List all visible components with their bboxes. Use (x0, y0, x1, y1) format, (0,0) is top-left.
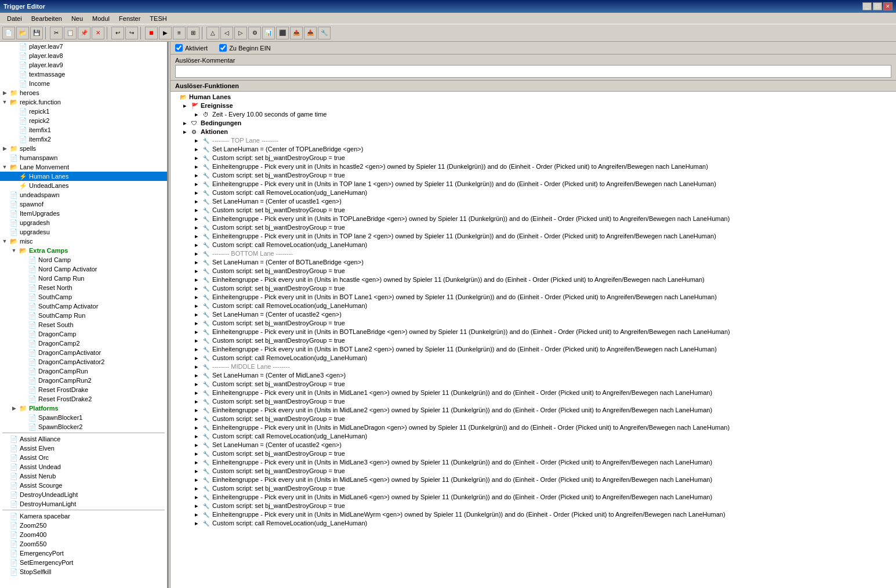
expand-icon[interactable]: ▼ (0, 97, 9, 107)
tree-item-destroyhumanlight[interactable]: 📄 DestroyHumanLight (0, 499, 167, 509)
tree-item-zoom250[interactable]: 📄 Zoom250 (0, 521, 167, 530)
toolbar-save[interactable]: 💾 (30, 27, 43, 39)
tree-item-assistalliance[interactable]: 📄 Assist Alliance (0, 434, 167, 444)
tree-item-upgradesh[interactable]: 📄 upgradesh (0, 218, 167, 227)
tree-item-zoom550[interactable]: 📄 Zoom550 (0, 539, 167, 549)
comment-input[interactable] (175, 65, 891, 78)
tree-item-destroyundeadlight[interactable]: 📄 DestroyUndeadLight (0, 490, 167, 499)
tree-item-emergencyport[interactable]: 📄 EmergencyPort (0, 549, 167, 558)
tree-item-upgradesu[interactable]: 📄 upgradesu (0, 227, 167, 237)
toolbar-btn10[interactable]: 📥 (304, 27, 317, 39)
toolbar-copy[interactable]: 📋 (64, 27, 77, 39)
tree-item-heroes[interactable]: ▶ 📁 heroes (0, 88, 167, 97)
toolbar-delete[interactable]: ✕ (92, 27, 104, 39)
tree-item-dragoncampact[interactable]: 📄 DragonCampActivator (0, 348, 167, 357)
toolbar-btn6[interactable]: ⚙ (248, 27, 261, 39)
tree-item-assistundead[interactable]: 📄 Assist Undead (0, 462, 167, 471)
toolbar-btn1[interactable]: ≡ (173, 27, 186, 39)
toolbar-btn7[interactable]: 📊 (262, 27, 275, 39)
tree-item-resetfrostdrake[interactable]: 📄 Reset FrostDrake (0, 385, 167, 394)
tree-item-resetfrostdrake2[interactable]: 📄 Reset FrostDrake2 (0, 394, 167, 404)
tree-item-lanemovement[interactable]: ▼ 📂 Lane Monvement (0, 162, 167, 172)
tree-item-textmassage[interactable]: 📄 textmassage (0, 70, 167, 79)
menu-neu[interactable]: Neu (67, 14, 88, 23)
tree-item-southcampact[interactable]: 📄 SouthCamp Activator (0, 302, 167, 311)
tree-item-southcamp[interactable]: 📄 SouthCamp (0, 292, 167, 302)
menu-bearbeiten[interactable]: Bearbeiten (27, 14, 67, 23)
tree-item-resetnorth[interactable]: 📄 Reset North (0, 283, 167, 292)
tree-item-itemfix2[interactable]: 📄 itemfix2 (0, 135, 167, 144)
tree-item-repick1[interactable]: 📄 repick1 (0, 107, 167, 116)
tree-item-spells[interactable]: ▶ 📁 spells (0, 144, 167, 153)
toolbar-btn5[interactable]: ▷ (234, 27, 247, 39)
toolbar-btn8[interactable]: ⬛ (276, 27, 289, 39)
tree-item-undeadlanes[interactable]: ⚡ UndeadLanes (0, 181, 167, 190)
tree-item-dragoncamprun[interactable]: 📄 DragonCampRun (0, 366, 167, 376)
expand-icon[interactable]: ▶ (0, 88, 9, 97)
tree-item-dragoncamp[interactable]: 📄 DragonCamp (0, 329, 167, 339)
tree-item-undeadspawn[interactable]: 📄 undeadspawn (0, 190, 167, 199)
tree-item-setemergencyport[interactable]: 📄 SetEmergencyPort (0, 558, 167, 567)
minimize-button[interactable]: _ (862, 2, 872, 10)
tree-item-itemfix1[interactable]: 📄 itemfix1 (0, 125, 167, 135)
tree-item-zoom400[interactable]: 📄 Zoom400 (0, 530, 167, 539)
tree-item-spawnblocker2[interactable]: 📄 SpawnBlocker2 (0, 422, 167, 431)
tree-item-assistnerub[interactable]: 📄 Assist Nerub (0, 471, 167, 481)
tree-item-resetsouth[interactable]: 📄 Reset South (0, 320, 167, 329)
tree-item-repick[interactable]: ▼ 📂 repick.function (0, 97, 167, 107)
menu-tesh[interactable]: TESH (145, 14, 171, 23)
toolbar-new[interactable]: 📄 (2, 27, 15, 39)
toolbar-play[interactable]: ▶ (159, 27, 172, 39)
tree-item-assistscourge[interactable]: 📄 Assist Scourge (0, 481, 167, 490)
menu-modul[interactable]: Modul (88, 14, 114, 23)
toolbar-open[interactable]: 📂 (16, 27, 29, 39)
tree-item-misc[interactable]: ▼ 📂 misc (0, 237, 167, 246)
tree-item-extracamps[interactable]: ▼ 📂 Extra Camps (0, 246, 167, 255)
tree-item-humanlanes[interactable]: ⚡ Human Lanes (0, 172, 167, 181)
tree-item-platforms[interactable]: ▶ 📁 Platforms (0, 404, 167, 413)
toolbar-stop[interactable]: ⏹ (145, 27, 158, 39)
toolbar-btn2[interactable]: ⊞ (187, 27, 199, 39)
tree-item-pleav9[interactable]: 📄 player.leav9 (0, 60, 167, 70)
tree-item-income[interactable]: 📄 Income (0, 79, 167, 88)
tree-item-assistelven[interactable]: 📄 Assist Elven (0, 444, 167, 453)
tree-item-dragoncampact2[interactable]: 📄 DragonCampActivator2 (0, 357, 167, 366)
toolbar-cut[interactable]: ✂ (50, 27, 63, 39)
tree-item-kameraspacebar[interactable]: 📄 Kamera spacebar (0, 511, 167, 521)
menu-fenster[interactable]: Fenster (114, 14, 145, 23)
expand-icon[interactable]: ▶ (9, 404, 19, 413)
toolbar-undo[interactable]: ↩ (111, 27, 124, 39)
tree-item-nordcamprun[interactable]: 📄 Nord Camp Run (0, 274, 167, 283)
activated-checkbox[interactable] (175, 44, 183, 52)
trigger-tree[interactable]: 📄 player.leav7 📄 player.leav8 📄 player.l… (0, 42, 167, 588)
tree-item-stopselfkill[interactable]: 📄 StopSelfkill (0, 567, 167, 576)
expand-icon[interactable]: ▼ (9, 246, 19, 255)
tree-item-repick2[interactable]: 📄 repick2 (0, 116, 167, 125)
close-button[interactable]: ✕ (883, 2, 893, 10)
tree-item-assistorc[interactable]: 📄 Assist Orc (0, 453, 167, 462)
expand-icon[interactable]: ▼ (0, 237, 9, 246)
tree-item-dragoncamprun2[interactable]: 📄 DragonCampRun2 (0, 376, 167, 385)
tree-item-southcamprun[interactable]: 📄 SouthCamp Run (0, 311, 167, 320)
toolbar-btn3[interactable]: △ (206, 27, 219, 39)
toolbar-btn4[interactable]: ◁ (220, 27, 233, 39)
tree-item-spawnof[interactable]: 📄 spawnof (0, 199, 167, 209)
maximize-button[interactable]: □ (873, 2, 882, 10)
tree-item-nordcamp[interactable]: 📄 Nord Camp (0, 255, 167, 264)
expand-icon[interactable]: ▼ (0, 162, 9, 172)
toolbar-btn11[interactable]: 🔧 (318, 27, 331, 39)
starton-checkbox[interactable] (219, 44, 227, 52)
toolbar-btn9[interactable]: 📤 (290, 27, 303, 39)
tree-item-itemupgrades[interactable]: 📄 ItemUpgrades (0, 209, 167, 218)
tree-item-spawnblocker1[interactable]: 📄 SpawnBlocker1 (0, 413, 167, 422)
toolbar-paste[interactable]: 📌 (78, 27, 90, 39)
content-area[interactable]: 📂 Human Lanes ▸ 🚩 Ereignisse ▸ ⏱ Zeit - … (171, 92, 896, 588)
tree-item-humanspawn[interactable]: 📄 humanspawn (0, 153, 167, 162)
toolbar-redo[interactable]: ↪ (125, 27, 138, 39)
tree-item-pleav7[interactable]: 📄 player.leav7 (0, 42, 167, 51)
tree-item-nordcampact[interactable]: 📄 Nord Camp Activator (0, 264, 167, 274)
expand-icon[interactable]: ▶ (0, 144, 9, 153)
tree-item-pleav8[interactable]: 📄 player.leav8 (0, 51, 167, 60)
tree-item-dragoncamp2[interactable]: 📄 DragonCamp2 (0, 339, 167, 348)
menu-datei[interactable]: Datei (2, 14, 27, 23)
